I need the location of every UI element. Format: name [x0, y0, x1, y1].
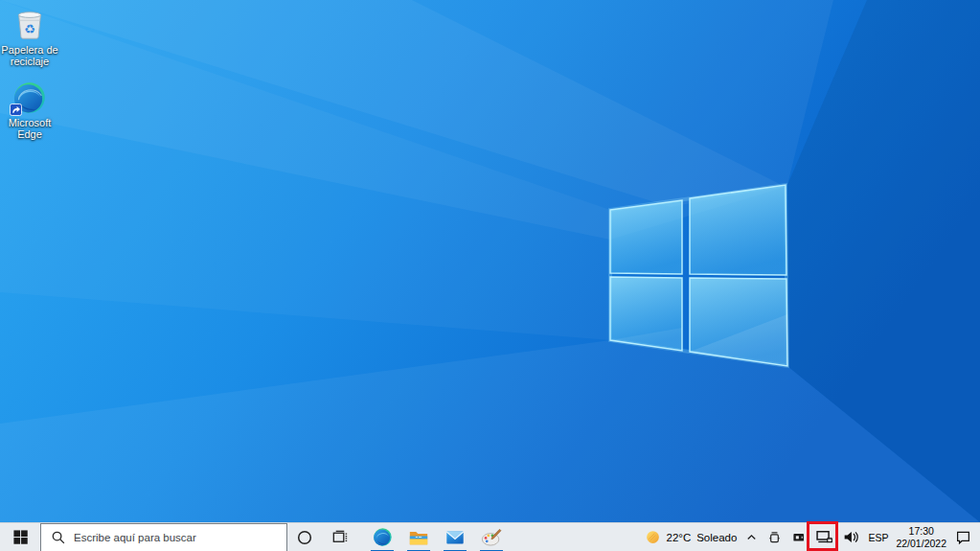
desktop-icon-microsoft-edge[interactable]: Microsoft Edge	[0, 80, 59, 140]
mail-icon	[444, 527, 466, 548]
search-input[interactable]	[74, 524, 286, 551]
desktop-icon-label: Microsoft Edge	[0, 117, 59, 140]
clock-date: 22/01/2022	[896, 538, 946, 550]
taskbar: 22°C Soleado	[0, 522, 980, 551]
taskbar-app-mail[interactable]	[437, 523, 473, 551]
show-hidden-icons-button[interactable]	[741, 523, 763, 551]
weather-temperature: 22°C	[667, 532, 692, 543]
cortana-icon	[296, 529, 313, 546]
weather-widget[interactable]: 22°C Soleado	[641, 523, 741, 551]
display-tray-icon	[790, 529, 807, 545]
device-tray-icon	[766, 529, 783, 545]
file-explorer-icon	[408, 527, 429, 548]
display-tray-button[interactable]	[786, 523, 810, 551]
network-button[interactable]	[810, 523, 838, 551]
device-tray-button[interactable]	[763, 523, 786, 551]
pinned-apps	[364, 523, 510, 551]
recycle-bin-icon: ♻	[11, 8, 48, 42]
sun-icon	[645, 529, 661, 545]
windows-desktop: ♻ Papelera de reciclaje	[0, 0, 980, 551]
paint-icon	[481, 527, 502, 548]
action-center-icon	[954, 528, 972, 546]
svg-text:♻: ♻	[24, 22, 35, 36]
action-center-button[interactable]	[950, 523, 976, 551]
desktop-icon-label: Papelera de reciclaje	[0, 44, 59, 67]
task-view-icon	[330, 528, 349, 546]
shortcut-arrow-icon	[10, 103, 22, 116]
taskbar-app-paint[interactable]	[473, 523, 510, 551]
clock[interactable]: 17:30 22/01/2022	[892, 523, 950, 551]
taskbar-app-edge[interactable]	[364, 523, 400, 551]
search-icon	[51, 530, 66, 545]
clock-time: 17:30	[909, 525, 934, 538]
network-wrap	[810, 523, 838, 551]
system-tray: 22°C Soleado	[641, 523, 980, 551]
volume-button[interactable]	[838, 523, 864, 551]
edge-icon	[373, 527, 393, 547]
task-view-button[interactable]	[322, 523, 356, 551]
volume-icon	[842, 528, 860, 546]
desktop-icon-recycle-bin[interactable]: ♻ Papelera de reciclaje	[0, 8, 59, 67]
weather-condition: Soleado	[696, 532, 737, 543]
taskbar-app-file-explorer[interactable]	[400, 523, 437, 551]
language-indicator[interactable]: ESP	[864, 523, 892, 551]
cortana-button[interactable]	[287, 523, 322, 551]
taskbar-search[interactable]	[40, 523, 287, 551]
start-icon	[12, 529, 29, 545]
start-button[interactable]	[0, 523, 40, 551]
language-label: ESP	[868, 532, 888, 543]
network-ethernet-icon	[814, 527, 834, 547]
chevron-up-icon	[744, 530, 759, 544]
wallpaper	[0, 0, 980, 522]
